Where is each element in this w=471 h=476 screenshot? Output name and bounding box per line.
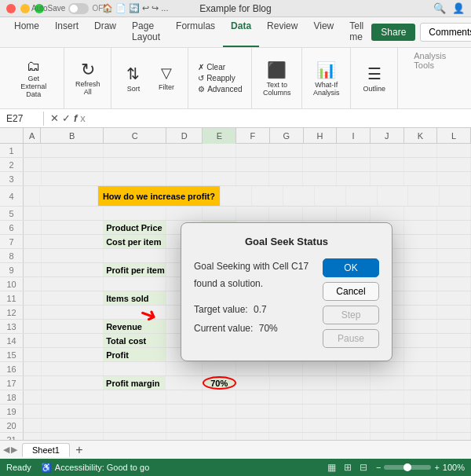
- cell-b4[interactable]: [40, 186, 97, 206]
- tab-pagelayout[interactable]: Page Layout: [124, 17, 168, 47]
- get-external-data-button[interactable]: 🗂 Get ExternalData: [9, 57, 57, 101]
- cell-c4[interactable]: How do we increase profit?: [98, 186, 221, 206]
- cell-c6[interactable]: Product Price: [104, 221, 166, 234]
- refresh-all-button[interactable]: ↻ RefreshAll: [71, 59, 105, 98]
- advanced-button[interactable]: ⚙Advanced: [195, 84, 245, 94]
- cell-e1[interactable]: [203, 144, 236, 157]
- tab-data[interactable]: Data: [223, 17, 259, 47]
- tab-tell-me[interactable]: Tell me: [341, 17, 371, 47]
- comments-button[interactable]: Comments: [420, 23, 471, 42]
- col-header-d[interactable]: D: [166, 128, 203, 144]
- tab-insert[interactable]: Insert: [47, 17, 86, 47]
- cell-d3[interactable]: [166, 172, 203, 185]
- share-button[interactable]: Share: [371, 24, 415, 41]
- cell-c17[interactable]: Profit margin: [104, 376, 166, 390]
- col-header-g[interactable]: G: [270, 128, 304, 144]
- goal-seek-dialog[interactable]: Goal Seek Status Goal Seeking with Cell …: [181, 222, 392, 361]
- sheet-next-icon[interactable]: ▶: [11, 445, 17, 455]
- cell-a2[interactable]: [24, 158, 42, 171]
- ribbon-group-clear: ✗Clear ↺Reapply ⚙Advanced: [188, 48, 252, 108]
- cell-e17[interactable]: 70%: [203, 376, 236, 390]
- what-if-button[interactable]: 📊 What-IfAnalysis: [309, 58, 345, 99]
- pause-button[interactable]: Pause: [323, 329, 379, 348]
- sheet-nav-arrows: ◀ ▶: [3, 445, 17, 455]
- close-button[interactable]: [6, 4, 16, 13]
- col-header-b[interactable]: B: [41, 128, 104, 144]
- cell-c2[interactable]: [104, 158, 166, 171]
- col-header-f[interactable]: F: [236, 128, 270, 144]
- cell-k1[interactable]: [404, 144, 438, 157]
- ok-button[interactable]: OK: [323, 258, 379, 277]
- text-to-columns-button[interactable]: ⬛ Text toColumns: [258, 58, 296, 99]
- page-layout-icon[interactable]: ⊞: [341, 461, 354, 474]
- cell-e3[interactable]: [203, 172, 236, 185]
- view-icons: ▦ ⊞ ⊟: [326, 461, 370, 474]
- formula-input[interactable]: [92, 112, 468, 126]
- normal-view-icon[interactable]: ▦: [326, 461, 338, 474]
- cancel-formula-icon[interactable]: ✕: [50, 112, 59, 124]
- tab-view[interactable]: View: [305, 17, 341, 47]
- zoom-in-icon[interactable]: +: [434, 463, 439, 472]
- cancel-button[interactable]: Cancel: [323, 282, 379, 301]
- cell-h1[interactable]: [303, 144, 337, 157]
- minimize-button[interactable]: [20, 4, 30, 13]
- tab-review[interactable]: Review: [259, 17, 305, 47]
- zoom-slider[interactable]: [384, 465, 431, 470]
- cell-c3[interactable]: [104, 172, 166, 185]
- col-header-i[interactable]: I: [337, 128, 371, 144]
- cell-i1[interactable]: [337, 144, 371, 157]
- cell-f1[interactable]: [236, 144, 270, 157]
- cell-c15[interactable]: Profit: [104, 348, 166, 361]
- sheet-tab-sheet1[interactable]: Sheet1: [22, 443, 70, 457]
- reapply-button[interactable]: ↺Reapply: [195, 73, 239, 83]
- col-header-c[interactable]: C: [104, 128, 166, 144]
- cell-c7[interactable]: Cost per item: [104, 235, 166, 248]
- clear-button[interactable]: ✗Clear: [195, 62, 228, 72]
- col-header-k[interactable]: K: [404, 128, 438, 144]
- col-header-e[interactable]: E: [203, 128, 236, 144]
- share-icon[interactable]: 👤: [452, 2, 465, 14]
- col-header-l[interactable]: L: [437, 128, 471, 144]
- cell-c14[interactable]: Total cost: [104, 334, 166, 347]
- cell-d2[interactable]: [166, 158, 203, 171]
- zoom-out-icon[interactable]: −: [376, 463, 381, 472]
- autosave-toggle[interactable]: [68, 3, 89, 14]
- filter-button[interactable]: ▽ Filter: [151, 62, 182, 95]
- col-header-j[interactable]: J: [371, 128, 404, 144]
- dialog-line2: found a solution.: [194, 278, 263, 289]
- sort-button[interactable]: ⇅ Sort: [118, 62, 149, 95]
- cell-reference-input[interactable]: [3, 112, 44, 126]
- cell-d1[interactable]: [166, 144, 203, 157]
- col-header-h[interactable]: H: [304, 128, 338, 144]
- cell-b2[interactable]: [42, 158, 104, 171]
- cell-b1[interactable]: [42, 144, 104, 157]
- cell-l1[interactable]: [437, 144, 471, 157]
- confirm-formula-icon[interactable]: ✓: [62, 112, 71, 124]
- cell-a3[interactable]: [24, 172, 42, 185]
- cell-a1[interactable]: [24, 144, 42, 157]
- ribbon-tabs-bar: Home Insert Draw Page Layout Formulas Da…: [0, 17, 471, 48]
- add-sheet-button[interactable]: +: [71, 442, 87, 458]
- cell-e2[interactable]: [203, 158, 236, 171]
- cell-c13[interactable]: Revenue: [104, 320, 166, 333]
- page-break-icon[interactable]: ⊟: [357, 461, 370, 474]
- cell-d17[interactable]: [166, 376, 202, 390]
- cell-c9[interactable]: Profit per item: [104, 263, 166, 276]
- tab-home[interactable]: Home: [6, 17, 47, 47]
- tab-draw[interactable]: Draw: [86, 17, 124, 47]
- row-num: 5: [0, 207, 24, 220]
- outline-button[interactable]: ☰ Outline: [359, 62, 391, 95]
- insert-function-icon[interactable]: f: [74, 112, 77, 124]
- col-header-a[interactable]: A: [24, 128, 41, 144]
- cell-c1[interactable]: [104, 144, 166, 157]
- step-button[interactable]: Step: [323, 306, 379, 324]
- cell-e4[interactable]: [221, 186, 252, 206]
- sheet-prev-icon[interactable]: ◀: [3, 445, 9, 455]
- tab-formulas[interactable]: Formulas: [168, 17, 223, 47]
- cell-b3[interactable]: [42, 172, 104, 185]
- cell-j1[interactable]: [371, 144, 404, 157]
- cell-g1[interactable]: [269, 144, 303, 157]
- search-icon[interactable]: 🔍: [433, 2, 446, 14]
- cell-a4[interactable]: [24, 186, 40, 206]
- cell-c11[interactable]: Items sold: [104, 291, 166, 305]
